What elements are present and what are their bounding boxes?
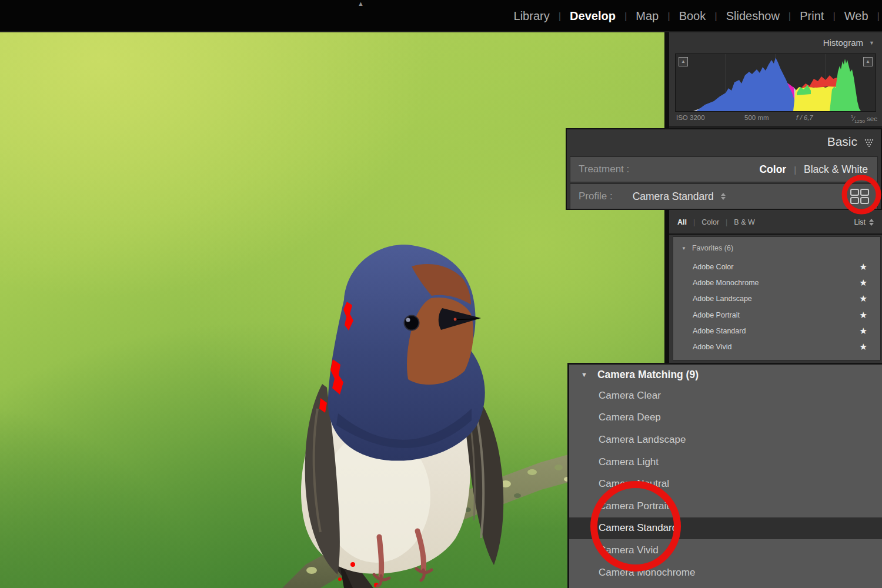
basic-panel-title[interactable]: Basic (827, 135, 857, 149)
favorite-star-icon[interactable]: ★ (860, 310, 867, 320)
exif-aperture: f / 6,7 (796, 114, 813, 121)
camera-matching-section: ▼ Camera Matching (9) Camera Clear Camer… (567, 363, 882, 588)
profile-dropdown-arrows-icon[interactable] (721, 193, 726, 200)
favorites-section: ▼ Favorites (6) Adobe Color★ Adobe Monoc… (673, 236, 881, 360)
histogram-collapse-icon[interactable]: ▼ (869, 40, 874, 46)
view-mode-selector[interactable]: List (854, 218, 874, 226)
profile-camera-neutral[interactable]: Camera Neutral (569, 473, 882, 495)
basic-panel: Basic Treatment : Color | Black & White … (566, 128, 882, 210)
profile-camera-landscape[interactable]: Camera Landscape (569, 429, 882, 451)
treatment-color-option[interactable]: Color (759, 163, 786, 176)
profile-adobe-landscape[interactable]: Adobe Landscape★ (673, 291, 880, 307)
basic-panel-disclosure-icon[interactable] (864, 139, 874, 147)
lightroom-develop-window: ▲ Library | Develop | Map | Book | Slide… (0, 0, 882, 588)
favorite-star-icon[interactable]: ★ (860, 326, 867, 336)
panel-collapse-arrow-icon[interactable]: ▲ (358, 0, 364, 7)
profile-row: Profile : Camera Standard (570, 183, 878, 209)
treatment-row: Treatment : Color | Black & White (570, 156, 878, 182)
exif-focal-length: 500 mm (744, 114, 769, 121)
profile-camera-deep[interactable]: Camera Deep (569, 407, 882, 429)
profile-camera-standard[interactable]: Camera Standard (569, 517, 882, 540)
histogram-chart (676, 54, 876, 111)
tab-print[interactable]: Print (791, 9, 833, 23)
module-picker-bar: ▲ Library | Develop | Map | Book | Slide… (0, 0, 882, 32)
favorite-star-icon[interactable]: ★ (860, 262, 867, 272)
filter-color[interactable]: Color (701, 218, 719, 226)
filter-bw[interactable]: B & W (734, 218, 754, 226)
histogram-panel: Histogram ▼ ▲ ▲ ISO 3200 500 mm (669, 32, 882, 128)
profile-camera-light[interactable]: Camera Light (569, 451, 882, 473)
profile-adobe-portrait[interactable]: Adobe Portrait★ (673, 307, 880, 323)
profile-camera-monochrome[interactable]: Camera Monochrome (569, 562, 882, 584)
profile-camera-vivid[interactable]: Camera Vivid (569, 539, 882, 562)
treatment-label: Treatment : (579, 163, 629, 175)
profile-dropdown[interactable]: Camera Standard (633, 191, 714, 203)
profile-browser-filter-bar: All | Color | B & W List (669, 211, 882, 235)
filter-all[interactable]: All (677, 218, 687, 226)
exif-iso: ISO 3200 (676, 114, 705, 121)
tab-web[interactable]: Web (836, 9, 877, 23)
profile-adobe-monochrome[interactable]: Adobe Monochrome★ (673, 275, 880, 290)
profile-adobe-standard[interactable]: Adobe Standard★ (673, 323, 880, 339)
exif-shutter-speed: 1⁄1250 sec (851, 114, 877, 124)
camera-matching-header[interactable]: ▼ Camera Matching (9) (569, 365, 882, 385)
favorites-header[interactable]: ▼ Favorites (6) (681, 244, 733, 252)
histogram-panel-title[interactable]: Histogram (823, 38, 863, 48)
highlight-clipping-button[interactable]: ▲ (863, 57, 873, 66)
profile-adobe-vivid[interactable]: Adobe Vivid★ (673, 339, 880, 355)
tab-library[interactable]: Library (505, 9, 559, 23)
histogram-graph[interactable]: ▲ ▲ (675, 54, 876, 112)
module-nav: Library | Develop | Map | Book | Slidesh… (505, 0, 880, 32)
treatment-bw-option[interactable]: Black & White (804, 163, 868, 176)
favorite-star-icon[interactable]: ★ (860, 293, 867, 304)
favorites-collapse-icon: ▼ (681, 246, 686, 251)
profile-camera-clear[interactable]: Camera Clear (569, 385, 882, 407)
favorite-star-icon[interactable]: ★ (860, 342, 867, 352)
profile-camera-portrait[interactable]: Camera Portrait (569, 495, 882, 517)
favorite-star-icon[interactable]: ★ (860, 278, 867, 288)
histogram-blue-channel (696, 58, 797, 111)
tab-slideshow[interactable]: Slideshow (717, 9, 789, 23)
exif-info-row: ISO 3200 500 mm f / 6,7 1⁄1250 sec (669, 114, 882, 126)
profile-label: Profile : (579, 191, 613, 202)
profile-adobe-color[interactable]: Adobe Color★ (673, 259, 880, 275)
shadow-clipping-button[interactable]: ▲ (679, 57, 688, 66)
list-view-arrows-icon (869, 219, 874, 226)
camera-matching-collapse-icon: ▼ (581, 371, 587, 378)
tab-book[interactable]: Book (670, 9, 715, 23)
basic-panel-header: Basic (567, 129, 881, 155)
profile-browser-grid-button[interactable] (850, 189, 869, 205)
tab-develop[interactable]: Develop (561, 9, 624, 23)
tab-map[interactable]: Map (627, 9, 667, 23)
